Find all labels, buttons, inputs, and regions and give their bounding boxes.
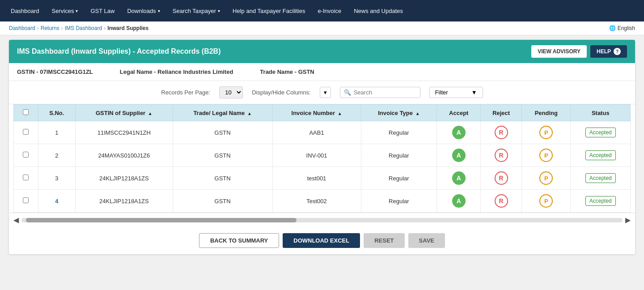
inv-num-sort-icon: ▲ bbox=[338, 111, 342, 116]
nav-services[interactable]: Services ▾ bbox=[46, 0, 85, 21]
pending-button[interactable]: P bbox=[539, 194, 553, 208]
row-reject[interactable]: R bbox=[481, 167, 522, 190]
search-box: 🔍 bbox=[340, 87, 420, 98]
help-label: HELP bbox=[597, 48, 611, 55]
row-checkbox[interactable] bbox=[14, 144, 38, 167]
reject-button[interactable]: R bbox=[495, 194, 508, 208]
accept-button[interactable]: A bbox=[452, 171, 466, 185]
status-badge: Accepted bbox=[585, 128, 616, 137]
nav-dashboard[interactable]: Dashboard bbox=[4, 0, 46, 21]
filter-funnel-icon: ▼ bbox=[471, 89, 477, 96]
header-status: Status bbox=[571, 105, 631, 121]
view-advisory-button[interactable]: VIEW ADVISORY bbox=[531, 45, 587, 58]
records-table: S.No. GSTIN of Supplier ▲ Trade/ Legal N… bbox=[13, 104, 631, 213]
search-input[interactable] bbox=[354, 89, 416, 96]
reject-button[interactable]: R bbox=[495, 171, 508, 185]
row-status: Accepted bbox=[571, 121, 631, 144]
breadcrumb-dashboard[interactable]: Dashboard bbox=[9, 25, 35, 31]
help-button[interactable]: HELP ? bbox=[590, 45, 627, 58]
row-sno[interactable]: 4 bbox=[38, 190, 76, 213]
language-selector[interactable]: 🌐 English bbox=[609, 25, 635, 31]
records-per-page-select[interactable]: 10 25 50 bbox=[219, 86, 243, 98]
row-reject[interactable]: R bbox=[481, 121, 522, 144]
info-row: GSTIN - 07IMSCC2941G1ZL Legal Name - Rel… bbox=[9, 63, 635, 81]
nav-news-updates[interactable]: News and Updates bbox=[347, 0, 409, 21]
footer-buttons: BACK TO SUMMARY DOWNLOAD EXCEL RESET SAV… bbox=[9, 227, 635, 254]
search-taxpayer-dropdown-arrow: ▾ bbox=[218, 9, 220, 13]
nav-search-taxpayer[interactable]: Search Taxpayer ▾ bbox=[166, 0, 226, 21]
row-checkbox[interactable] bbox=[14, 190, 38, 213]
accept-button[interactable]: A bbox=[452, 149, 466, 162]
row-gstin-supplier: 24KLJIP1218A1ZS bbox=[76, 190, 173, 213]
table-row: 2 24MAYAS0100J1Z6 GSTN INV-001 Regular A… bbox=[14, 144, 631, 167]
row-invoice-type: Regular bbox=[361, 167, 437, 190]
accept-button[interactable]: A bbox=[452, 194, 466, 208]
breadcrumb-bar: Dashboard › Returns › IMS Dashboard › In… bbox=[0, 21, 644, 35]
breadcrumb-ims-dashboard[interactable]: IMS Dashboard bbox=[65, 25, 102, 31]
pending-button[interactable]: P bbox=[539, 171, 553, 185]
header-band: IMS Dashboard (Inward Supplies) - Accept… bbox=[9, 40, 635, 63]
display-hide-columns-dropdown[interactable]: ▾ bbox=[320, 87, 331, 98]
pending-button[interactable]: P bbox=[539, 149, 553, 162]
language-label: English bbox=[618, 25, 635, 31]
inv-type-sort-icon: ▲ bbox=[415, 111, 420, 116]
gstin-sort-icon: ▲ bbox=[148, 111, 153, 116]
row-invoice-number: test001 bbox=[272, 167, 361, 190]
nav-downloads[interactable]: Downloads ▾ bbox=[121, 0, 166, 21]
legal-name-label: Legal Name - bbox=[120, 68, 158, 75]
nav-gst-law[interactable]: GST Law bbox=[84, 0, 121, 21]
display-hide-label: Display/Hide Columns: bbox=[252, 89, 311, 96]
row-reject[interactable]: R bbox=[481, 144, 522, 167]
row-reject[interactable]: R bbox=[481, 190, 522, 213]
navbar: Dashboard Services ▾ GST Law Downloads ▾… bbox=[0, 0, 644, 21]
row-select-checkbox[interactable] bbox=[23, 175, 29, 180]
row-select-checkbox[interactable] bbox=[23, 152, 29, 158]
row-select-checkbox[interactable] bbox=[23, 129, 29, 135]
row-checkbox[interactable] bbox=[14, 121, 38, 144]
scroll-left-button[interactable]: ◀ bbox=[13, 216, 19, 224]
row-status: Accepted bbox=[571, 144, 631, 167]
row-accept[interactable]: A bbox=[437, 121, 481, 144]
row-pending[interactable]: P bbox=[522, 167, 571, 190]
header-gstin-supplier[interactable]: GSTIN of Supplier ▲ bbox=[76, 105, 173, 121]
row-accept[interactable]: A bbox=[437, 144, 481, 167]
gstin-info: GSTIN - 07IMSCC2941G1ZL bbox=[17, 68, 93, 75]
row-invoice-number: INV-001 bbox=[272, 144, 361, 167]
header-reject: Reject bbox=[481, 105, 522, 121]
download-excel-button[interactable]: DOWNLOAD EXCEL bbox=[283, 233, 360, 248]
services-dropdown-arrow: ▾ bbox=[76, 9, 78, 13]
header-trade-legal-name[interactable]: Trade/ Legal Name ▲ bbox=[173, 105, 272, 121]
back-to-summary-button[interactable]: BACK TO SUMMARY bbox=[199, 233, 279, 248]
nav-help-taxpayer[interactable]: Help and Taxpayer Facilities bbox=[226, 0, 311, 21]
row-trade-legal-name: GSTN bbox=[173, 121, 272, 144]
row-select-checkbox[interactable] bbox=[23, 197, 29, 203]
breadcrumb-returns[interactable]: Returns bbox=[41, 25, 59, 31]
reset-button[interactable]: RESET bbox=[364, 233, 404, 248]
row-checkbox[interactable] bbox=[14, 167, 38, 190]
row-invoice-type: Regular bbox=[361, 144, 437, 167]
scroll-track[interactable] bbox=[21, 218, 623, 222]
reject-button[interactable]: R bbox=[495, 126, 508, 139]
select-all-checkbox[interactable] bbox=[23, 109, 29, 115]
row-gstin-supplier: 24KLJIP1218A1ZS bbox=[76, 167, 173, 190]
header-checkbox[interactable] bbox=[14, 105, 38, 121]
row-pending[interactable]: P bbox=[522, 190, 571, 213]
reject-button[interactable]: R bbox=[495, 149, 508, 162]
save-button[interactable]: SAVE bbox=[408, 233, 445, 248]
nav-einvoice[interactable]: e-Invoice bbox=[311, 0, 347, 21]
scroll-right-button[interactable]: ▶ bbox=[625, 216, 631, 224]
filter-label: Filter bbox=[435, 89, 448, 96]
header-invoice-number[interactable]: Invoice Number ▲ bbox=[272, 105, 361, 121]
row-invoice-number: Test002 bbox=[272, 190, 361, 213]
row-accept[interactable]: A bbox=[437, 190, 481, 213]
pending-button[interactable]: P bbox=[539, 126, 553, 139]
row-pending[interactable]: P bbox=[522, 121, 571, 144]
row-accept[interactable]: A bbox=[437, 167, 481, 190]
filter-button[interactable]: Filter ▼ bbox=[429, 87, 483, 98]
accept-button[interactable]: A bbox=[452, 126, 466, 139]
row-pending[interactable]: P bbox=[522, 144, 571, 167]
row-sno: 3 bbox=[38, 167, 76, 190]
records-per-page-label: Records Per Page: bbox=[161, 89, 210, 96]
breadcrumb-sep-1: › bbox=[37, 25, 39, 31]
header-invoice-type[interactable]: Invoice Type ▲ bbox=[361, 105, 437, 121]
